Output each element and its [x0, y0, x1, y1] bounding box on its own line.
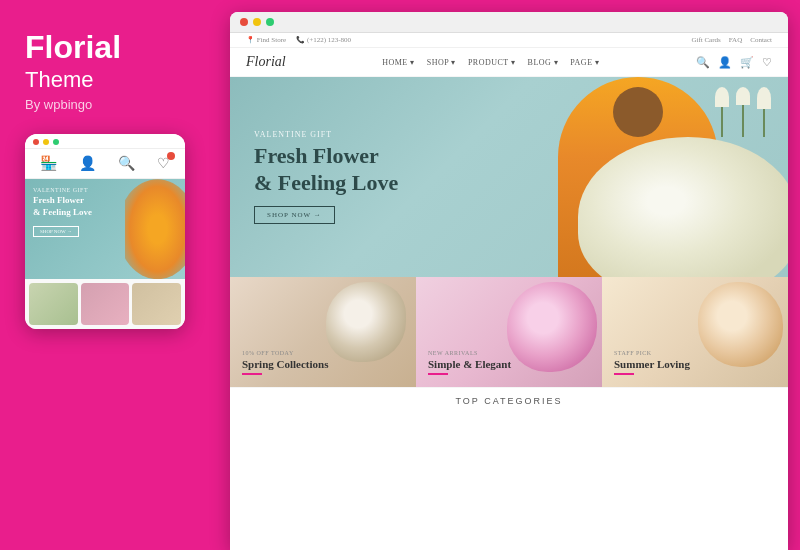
product-badge-1: 10% OFF TODAY — [242, 350, 328, 356]
brand-title: Florial — [25, 30, 205, 65]
browser-dot-green — [266, 18, 274, 26]
topbar-left: 📍 Find Store 📞 (+122) 123-800 — [246, 36, 351, 44]
site-topbar: 📍 Find Store 📞 (+122) 123-800 Gift Cards… — [230, 33, 788, 48]
product-label-1: 10% OFF TODAY Spring Collections — [242, 350, 328, 375]
find-store-link[interactable]: 📍 Find Store — [246, 36, 286, 44]
categories-title: TOP CATEGORIES — [246, 396, 772, 406]
mobile-shop-btn[interactable]: SHOP NOW → — [33, 226, 79, 237]
nav-product[interactable]: PRODUCT ▾ — [468, 58, 516, 67]
mobile-flower-thumb-1 — [29, 283, 78, 325]
product-card-2[interactable]: NEW ARRIVALS Simple & Elegant — [416, 277, 602, 387]
product-badge-2: NEW ARRIVALS — [428, 350, 511, 356]
heart-icon[interactable]: ♡ — [762, 56, 772, 69]
mobile-nav: 🏪 👤 🔍 ♡ — [25, 149, 185, 179]
site-header: 📍 Find Store 📞 (+122) 123-800 Gift Cards… — [230, 33, 788, 77]
product-divider-1 — [242, 373, 262, 375]
mobile-notification-badge — [167, 152, 175, 160]
product-card-1[interactable]: 10% OFF TODAY Spring Collections — [230, 277, 416, 387]
mobile-dot-red — [33, 139, 39, 145]
product-name-1: Spring Collections — [242, 358, 328, 370]
product-section: 10% OFF TODAY Spring Collections NEW ARR… — [230, 277, 788, 387]
mobile-flower-thumb-2 — [81, 283, 130, 325]
mobile-hero: VALENTINE GIFT Fresh Flower& Feeling Lov… — [25, 179, 185, 279]
flower-bouquet — [578, 137, 788, 277]
site-hero: VALENTINE GIFT Fresh Flower & Feeling Lo… — [230, 77, 788, 277]
browser-window: 📍 Find Store 📞 (+122) 123-800 Gift Cards… — [230, 12, 788, 550]
nav-icons: 🔍 👤 🛒 ♡ — [696, 56, 772, 69]
nav-shop[interactable]: SHOP ▾ — [427, 58, 456, 67]
mobile-top-bar — [25, 134, 185, 149]
hero-title-line1: Fresh Flower — [254, 143, 379, 168]
brand-by: By wpbingo — [25, 97, 205, 112]
topbar-right: Gift Cards FAQ Contact — [691, 36, 772, 44]
flower-image-2 — [507, 282, 597, 372]
mobile-mockup: 🏪 👤 🔍 ♡ VALENTINE GIFT Fresh Flower& Fee… — [25, 134, 185, 329]
mobile-dot-yellow — [43, 139, 49, 145]
browser-dot-yellow — [253, 18, 261, 26]
user-icon[interactable]: 👤 — [718, 56, 732, 69]
product-label-3: STAFF PICK Summer Loving — [614, 350, 690, 375]
browser-chrome — [230, 12, 788, 33]
flowers-overlay — [558, 117, 788, 277]
tulip-head-2 — [736, 87, 750, 105]
search-icon[interactable]: 🔍 — [696, 56, 710, 69]
product-badge-3: STAFF PICK — [614, 350, 690, 356]
mobile-hero-image — [125, 179, 185, 279]
bottom-strip: TOP CATEGORIES — [230, 387, 788, 410]
nav-blog[interactable]: BLOG ▾ — [528, 58, 559, 67]
product-divider-3 — [614, 373, 634, 375]
tulip-head-3 — [757, 87, 771, 109]
mobile-flowers-strip — [25, 279, 185, 329]
flower-image-1 — [326, 282, 406, 362]
product-name-3: Summer Loving — [614, 358, 690, 370]
phone-number: 📞 (+122) 123-800 — [296, 36, 351, 44]
contact-link[interactable]: Contact — [750, 36, 772, 44]
left-panel: Florial Theme By wpbingo 🏪 👤 🔍 ♡ VALENTI… — [0, 0, 230, 550]
nav-page[interactable]: PAGE ▾ — [570, 58, 599, 67]
product-card-3[interactable]: STAFF PICK Summer Loving — [602, 277, 788, 387]
nav-home[interactable]: HOME ▾ — [382, 58, 415, 67]
nav-links: HOME ▾ SHOP ▾ PRODUCT ▾ BLOG ▾ PAGE ▾ — [382, 58, 599, 67]
gift-cards-link[interactable]: Gift Cards — [691, 36, 720, 44]
hero-title: Fresh Flower & Feeling Love — [254, 143, 398, 196]
faq-link[interactable]: FAQ — [729, 36, 742, 44]
hero-content: VALENTINE GIFT Fresh Flower & Feeling Lo… — [254, 130, 398, 224]
mobile-dot-green — [53, 139, 59, 145]
mobile-user-icon: 👤 — [79, 155, 96, 172]
browser-dot-red — [240, 18, 248, 26]
product-label-2: NEW ARRIVALS Simple & Elegant — [428, 350, 511, 375]
product-name-2: Simple & Elegant — [428, 358, 511, 370]
site-logo[interactable]: Florial — [246, 54, 286, 70]
mobile-search-icon: 🔍 — [118, 155, 135, 172]
hero-label: VALENTINE GIFT — [254, 130, 398, 139]
website-content: 📍 Find Store 📞 (+122) 123-800 Gift Cards… — [230, 33, 788, 550]
hero-shop-btn[interactable]: SHOP NOW → — [254, 206, 335, 224]
hero-title-line2: & Feeling Love — [254, 170, 398, 195]
product-divider-2 — [428, 373, 448, 375]
site-nav: Florial HOME ▾ SHOP ▾ PRODUCT ▾ BLOG ▾ P… — [230, 48, 788, 77]
cart-icon[interactable]: 🛒 — [740, 56, 754, 69]
mobile-flower-thumb-3 — [132, 283, 181, 325]
brand-subtitle: Theme — [25, 67, 205, 93]
flower-image-3 — [698, 282, 783, 367]
mobile-store-icon: 🏪 — [40, 155, 57, 172]
